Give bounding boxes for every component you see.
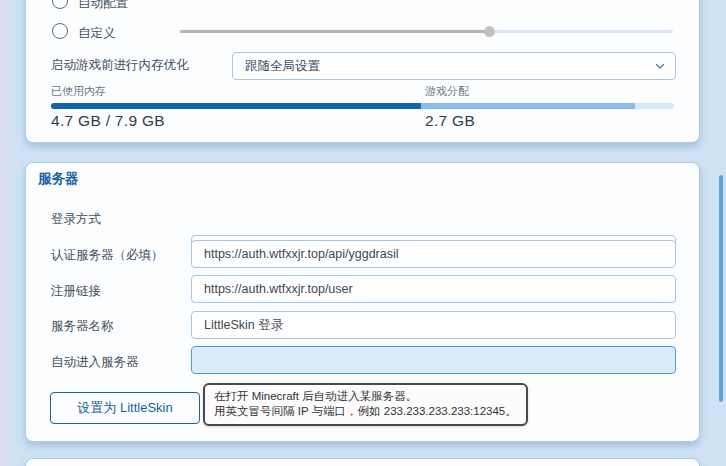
auto-join-server-label: 自动进入服务器 [51,354,139,371]
server-name-input[interactable] [191,311,676,339]
memory-optimize-dropdown-value: 跟随全局设置 [245,58,320,75]
game-alloc-caption: 游戏分配 [425,84,469,99]
memory-slider[interactable] [180,30,673,33]
memory-optimize-label: 启动游戏前进行内存优化 [51,57,189,74]
radio-auto-configure-label: 自动配置 [78,0,128,12]
set-littleskin-button[interactable]: 设置为 LittleSkin [50,392,200,424]
server-card-title: 服务器 [38,170,79,188]
register-link-label: 注册链接 [51,283,101,300]
register-link-input[interactable] [191,275,676,303]
memory-optimize-dropdown[interactable]: 跟随全局设置 [232,52,676,80]
auto-join-tooltip: 在打开 Minecraft 后自动进入某服务器。 用英文冒号间隔 IP 与端口，… [203,383,528,426]
settings-page: 自动配置 自定义 启动游戏前进行内存优化 跟随全局设置 已使用内存 游戏分配 4… [0,0,726,466]
memory-usage-bar [51,103,674,109]
tooltip-line-2: 用英文冒号间隔 IP 与端口，例如 233.233.233.233:12345。 [214,404,517,419]
used-memory-value: 4.7 GB / 7.9 GB [51,112,165,130]
login-method-label: 登录方式 [51,211,101,228]
game-alloc-value: 2.7 GB [425,112,475,130]
memory-alloc-segment [421,103,635,109]
used-memory-caption: 已使用内存 [51,84,106,99]
vertical-scrollbar-thumb[interactable] [719,175,723,402]
memory-slider-fill [180,30,489,33]
radio-custom-label: 自定义 [78,25,116,42]
next-section-card [25,458,700,466]
chevron-down-icon [654,60,666,72]
server-name-label: 服务器名称 [51,318,114,335]
auto-join-server-input[interactable] [191,346,676,374]
auth-server-label: 认证服务器（必填） [51,247,164,264]
radio-custom[interactable] [52,23,68,39]
auth-server-input[interactable] [191,240,676,268]
tooltip-line-1: 在打开 Minecraft 后自动进入某服务器。 [214,389,517,404]
memory-slider-thumb[interactable] [484,26,495,37]
memory-used-segment [51,103,421,109]
